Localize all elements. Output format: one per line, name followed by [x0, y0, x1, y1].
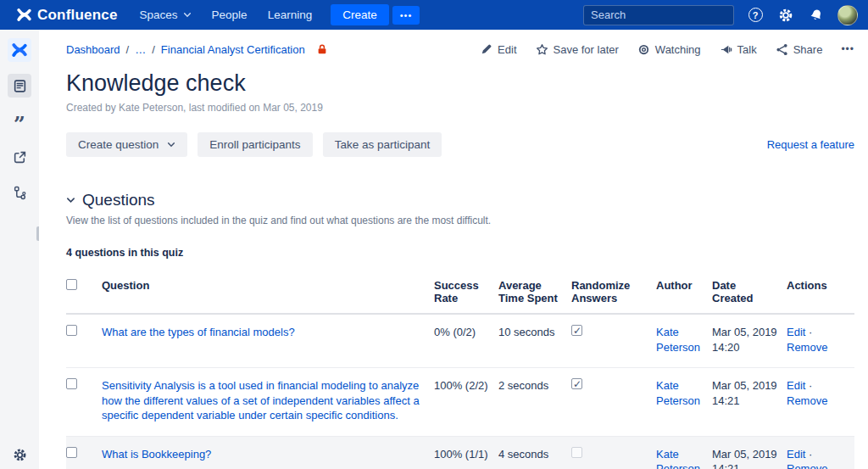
gear-icon — [778, 8, 793, 23]
header-success-rate: Success Rate — [434, 271, 498, 314]
logo-wordmark: Confluence — [37, 7, 118, 24]
chevron-down-icon — [167, 142, 175, 148]
share-icon — [776, 43, 788, 56]
header-date-created: Date Created — [712, 271, 787, 314]
randomize-checkbox[interactable] — [571, 378, 582, 389]
questions-table: Question Success Rate Average Time Spent… — [66, 271, 854, 469]
star-icon — [536, 43, 548, 56]
search-box[interactable] — [583, 5, 734, 25]
row-checkbox[interactable] — [66, 447, 77, 458]
sidebar-item-hierarchy[interactable] — [8, 181, 31, 204]
sidebar-item-space-logo[interactable] — [8, 38, 31, 62]
header-randomize: Randomize Answers — [571, 271, 656, 314]
create-button[interactable]: Create — [331, 4, 389, 25]
request-feature-link[interactable]: Request a feature — [767, 138, 854, 151]
breadcrumb: Dashboard / … / Financial Analyst Certif… — [66, 43, 328, 56]
edit-button[interactable]: Edit — [481, 43, 516, 56]
question-link[interactable]: What is Bookkeeping? — [102, 448, 211, 461]
row-checkbox[interactable] — [66, 325, 77, 336]
page-title: Knowledge check — [66, 70, 854, 97]
sidebar-item-pages[interactable] — [8, 74, 31, 98]
tree-structure-icon — [13, 186, 27, 200]
header-actions: Actions — [787, 271, 854, 314]
questions-heading: Questions — [82, 191, 155, 209]
table-row: What is Bookkeeping? 100% (1/1) 4 second… — [66, 436, 854, 469]
remove-row-link[interactable]: Remove — [787, 394, 827, 407]
watching-button[interactable]: Watching — [637, 43, 701, 56]
date-created-value: Mar 05, 2019 14:21 — [712, 436, 787, 469]
date-created-value: Mar 05, 2019 14:20 — [712, 314, 787, 368]
breadcrumb-dashboard[interactable]: Dashboard — [66, 43, 120, 56]
randomize-checkbox[interactable] — [571, 447, 582, 458]
document-icon — [13, 79, 27, 93]
restrictions-lock-icon[interactable] — [316, 43, 328, 55]
chevron-down-icon — [66, 197, 75, 204]
randomize-checkbox[interactable] — [571, 325, 582, 336]
questions-section-toggle[interactable]: Questions — [66, 191, 854, 209]
settings-button[interactable] — [776, 6, 795, 25]
left-sidebar: ” — [0, 30, 39, 469]
table-header-row: Question Success Rate Average Time Spent… — [66, 271, 854, 314]
row-checkbox[interactable] — [66, 378, 77, 389]
quiz-count: 4 questions in this quiz — [66, 247, 854, 259]
breadcrumb-ellipsis[interactable]: … — [135, 43, 146, 56]
quote-icon: ” — [14, 120, 25, 129]
take-as-participant-button[interactable]: Take as participant — [323, 132, 442, 157]
edit-row-link[interactable]: Edit — [787, 326, 805, 338]
question-link[interactable]: What are the types of financial models? — [102, 326, 295, 338]
header-avg-time: Average Time Spent — [498, 271, 571, 314]
author-link[interactable]: Kate Peterson — [656, 326, 700, 354]
eye-icon — [637, 43, 650, 56]
nav-more-button[interactable]: ••• — [392, 6, 420, 25]
date-created-value: Mar 05, 2019 14:21 — [712, 368, 787, 437]
user-avatar[interactable] — [837, 5, 858, 25]
chevron-down-icon — [183, 12, 192, 18]
pencil-icon — [481, 43, 492, 55]
avg-time-value: 4 seconds — [498, 436, 571, 469]
confluence-logo[interactable]: Confluence — [17, 7, 118, 24]
search-input[interactable] — [591, 8, 740, 21]
quiz-toolbar: Create question Enroll participants Take… — [66, 132, 854, 157]
main-content: Dashboard / … / Financial Analyst Certif… — [39, 30, 868, 469]
notifications-button[interactable] — [807, 6, 826, 25]
external-link-icon — [13, 150, 27, 165]
author-link[interactable]: Kate Peterson — [656, 448, 700, 469]
remove-row-link[interactable]: Remove — [787, 462, 827, 469]
author-link[interactable]: Kate Peterson — [656, 379, 700, 407]
nav-spaces[interactable]: Spaces — [130, 0, 202, 30]
help-icon: ? — [748, 8, 763, 22]
avg-time-value: 10 seconds — [498, 314, 571, 368]
create-question-button[interactable]: Create question — [66, 132, 187, 157]
remove-row-link[interactable]: Remove — [787, 341, 827, 354]
question-link[interactable]: Sensitivity Analysis is a tool used in f… — [102, 379, 420, 422]
questions-description: View the list of questions included in t… — [66, 215, 854, 226]
nav-people[interactable]: People — [202, 0, 258, 30]
enroll-participants-button[interactable]: Enroll participants — [198, 132, 312, 157]
confluence-mark-icon — [17, 8, 31, 22]
breadcrumb-current[interactable]: Financial Analyst Certification — [161, 43, 305, 56]
success-rate-value: 100% (2/2) — [434, 368, 498, 437]
page-more-button[interactable]: ••• — [841, 43, 854, 55]
sidebar-item-external[interactable] — [8, 145, 31, 169]
sidebar-settings-button[interactable] — [0, 448, 39, 462]
talk-button[interactable]: Talk — [720, 43, 757, 56]
help-button[interactable]: ? — [746, 6, 765, 25]
top-navbar: Confluence Spaces People Learning Create… — [0, 0, 868, 30]
edit-row-link[interactable]: Edit — [787, 448, 805, 461]
confluence-space-icon — [12, 42, 27, 58]
table-row: What are the types of financial models? … — [66, 314, 854, 368]
page-actions: Edit Save for later Watching Talk — [481, 43, 854, 56]
gear-icon — [13, 448, 27, 462]
sidebar-item-quotes[interactable]: ” — [8, 109, 31, 133]
share-button[interactable]: Share — [776, 43, 823, 56]
bell-icon — [808, 6, 825, 23]
success-rate-value: 100% (1/1) — [434, 436, 498, 469]
save-for-later-button[interactable]: Save for later — [536, 43, 619, 56]
edit-row-link[interactable]: Edit — [787, 379, 805, 392]
table-row: Sensitivity Analysis is a tool used in f… — [66, 368, 854, 437]
nav-learning[interactable]: Learning — [258, 0, 323, 30]
select-all-checkbox[interactable] — [66, 279, 77, 290]
avg-time-value: 2 seconds — [498, 368, 571, 437]
page-byline: Created by Kate Peterson, last modified … — [66, 102, 854, 114]
success-rate-value: 0% (0/2) — [434, 314, 498, 368]
